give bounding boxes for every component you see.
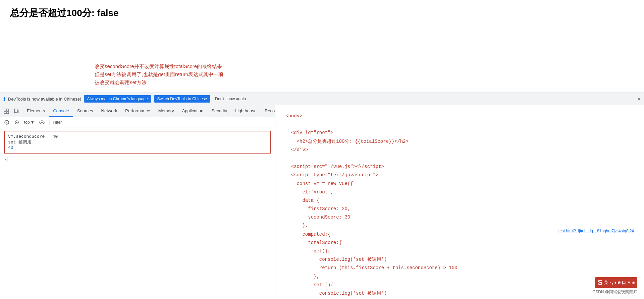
svg-rect-7 — [14, 109, 17, 113]
tab-sources[interactable]: Sources — [73, 105, 97, 117]
csdn-logo: S 英・, ♦ ⊕ 口 ▼ ■ — [595, 277, 637, 288]
tab-memory[interactable]: Memory — [154, 105, 178, 117]
code-display: <body> <div id="root"> <h2>总分是否超过100分: {… — [275, 105, 644, 299]
tab-console[interactable]: Console — [49, 105, 73, 117]
console-entry: vm.secondScore = 40 set 被调用 40 — [4, 131, 271, 154]
annotation-text: 改变secondScore并不改变计算属性totalScore的最终结果 但是s… — [95, 62, 223, 86]
svg-point-12 — [16, 122, 17, 123]
svg-line-10 — [6, 121, 8, 123]
svg-rect-8 — [17, 110, 19, 112]
file-link[interactable]: test.html?_ijt=ihcdq…81pghm7jvjl4stq8:24 — [558, 229, 634, 233]
tab-lighthouse[interactable]: Lighthouse — [231, 105, 261, 117]
inspect-element-button[interactable] — [2, 107, 11, 116]
svg-rect-5 — [4, 112, 6, 114]
svg-rect-4 — [7, 109, 9, 111]
svg-point-14 — [41, 122, 43, 123]
tab-security[interactable]: Security — [207, 105, 231, 117]
info-icon: ℹ — [3, 96, 5, 102]
svg-rect-6 — [7, 112, 9, 114]
console-result: 40 — [8, 145, 267, 150]
tab-elements[interactable]: Elements — [23, 105, 49, 117]
switch-to-chinese-button[interactable]: Switch DevTools to Chinese — [154, 95, 211, 103]
console-cursor — [7, 157, 7, 162]
csdn-username: CSDN @阿斌爱玩阴阳师 — [592, 289, 637, 295]
tab-icons — [0, 105, 23, 117]
match-language-button[interactable]: Always match Chrome's language — [84, 95, 151, 103]
context-selector[interactable]: top ▼ — [23, 119, 36, 125]
close-notification-button[interactable]: × — [637, 96, 641, 103]
devtools-notification: ℹ DevTools is now available in Chinese! … — [0, 93, 644, 105]
page-title: 总分是否超过100分: false — [10, 7, 634, 19]
filter-label: Filter — [53, 120, 62, 125]
show-console-sidebar-button[interactable] — [38, 118, 46, 126]
console-log-line: set 被调用 — [8, 139, 267, 145]
right-panel: <body> <div id="root"> <h2>总分是否超过100分: {… — [275, 105, 644, 299]
device-toolbar-button[interactable] — [12, 107, 21, 116]
console-output: vm.secondScore = 40 set 被调用 40 › — [0, 127, 275, 299]
console-command: vm.secondScore = 40 — [8, 134, 267, 139]
dont-show-again-button[interactable]: Don't show again — [213, 95, 248, 103]
tab-performance[interactable]: Performance — [121, 105, 154, 117]
svg-rect-3 — [4, 109, 6, 111]
stop-recording-button[interactable] — [13, 118, 21, 126]
csdn-watermark: S 英・, ♦ ⊕ 口 ▼ ■ CSDN @阿斌爱玩阴阳师 — [592, 277, 637, 295]
tab-application[interactable]: Application — [178, 105, 208, 117]
notification-text: DevTools is now available in Chinese! — [8, 97, 81, 102]
tab-network[interactable]: Network — [97, 105, 121, 117]
clear-console-button[interactable] — [3, 118, 11, 126]
